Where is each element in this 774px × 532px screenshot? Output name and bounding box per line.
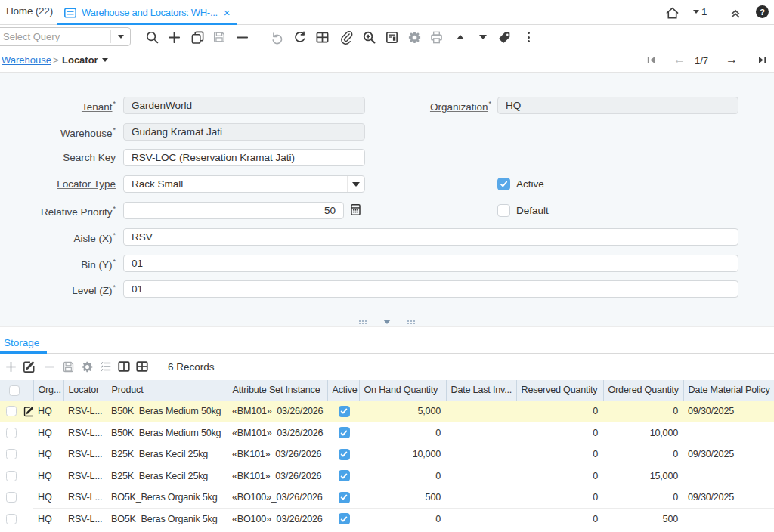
active-cell-checkbox[interactable] — [339, 470, 350, 481]
locator-type-label: Locator Type — [2, 178, 116, 190]
default-checkbox-row: Default — [497, 204, 549, 217]
delete-icon[interactable] — [234, 29, 250, 45]
col-org[interactable]: Org... — [33, 380, 63, 401]
detail-save-icon[interactable] — [60, 359, 76, 374]
level-field[interactable]: 01 — [123, 280, 738, 298]
settings-gear-icon[interactable] — [406, 29, 423, 45]
organization-field: HQ — [497, 97, 738, 114]
detail-new-icon[interactable] — [3, 359, 18, 374]
grid-toggle-icon[interactable] — [314, 29, 330, 45]
col-attribute-set-instance[interactable]: Attribute Set Instance — [228, 380, 327, 401]
search-key-field[interactable]: RSV-LOC (Reservation Kramat Jati) — [123, 149, 365, 166]
next-record-icon[interactable]: → — [724, 52, 739, 67]
window-icon — [63, 6, 77, 20]
refresh-icon[interactable] — [291, 29, 308, 45]
table-row[interactable]: HQ RSV-L... B50K_Beras Medium 50kg «BM10… — [0, 401, 774, 422]
row-checkbox[interactable] — [6, 428, 17, 438]
detail-toolbar: 6 Records — [0, 354, 774, 380]
tab-storage[interactable]: Storage — [4, 337, 39, 348]
help-icon[interactable]: ? — [756, 5, 769, 18]
row-checkbox[interactable] — [6, 514, 17, 524]
detail-split-view-icon[interactable] — [116, 359, 132, 374]
tab-home[interactable]: Home (22) — [6, 5, 53, 17]
aisle-field[interactable]: RSV — [123, 228, 738, 246]
col-date-material-policy[interactable]: Date Material Policy — [683, 380, 774, 401]
active-cell-checkbox[interactable] — [339, 492, 350, 503]
print-icon[interactable] — [428, 29, 444, 45]
table-row[interactable]: HQ RSV-L... B50K_Beras Medium 50kg «BM10… — [0, 422, 774, 444]
parent-record-icon[interactable] — [452, 29, 469, 45]
new-record-icon[interactable] — [166, 29, 182, 45]
breadcrumb-locator[interactable]: Locator — [62, 54, 108, 66]
select-query-combobox[interactable]: Select Query — [0, 27, 131, 46]
more-menu-icon[interactable] — [520, 29, 537, 45]
col-on-hand-quantity[interactable]: On Hand Quantity — [359, 380, 446, 401]
row-edit-icon[interactable] — [23, 405, 33, 418]
home-icon[interactable] — [664, 5, 680, 20]
tab-warehouse-locators[interactable]: Warehouse and Locators: WH-... × — [57, 0, 237, 25]
row-checkbox[interactable] — [6, 449, 17, 459]
dropdown-icon[interactable] — [347, 176, 364, 192]
default-checkbox[interactable] — [497, 204, 510, 217]
find-icon[interactable] — [144, 29, 160, 45]
copy-record-icon[interactable] — [189, 29, 206, 45]
storage-grid: Org... Locator Product Attribute Set Ins… — [0, 380, 774, 530]
col-date-last-inv[interactable]: Date Last Inv... — [446, 380, 516, 401]
bin-field[interactable]: 01 — [123, 255, 738, 272]
detail-delete-icon[interactable] — [42, 359, 57, 374]
active-cell-checkbox[interactable] — [339, 513, 350, 524]
col-reserved-quantity[interactable]: Reserved Quantity — [516, 380, 603, 401]
locator-form: Tenant* GardenWorld Organization* HQ War… — [0, 73, 774, 327]
breadcrumb-warehouse[interactable]: Warehouse — [2, 54, 51, 66]
header-row: Org... Locator Product Attribute Set Ins… — [0, 380, 774, 401]
select-all-checkbox[interactable] — [9, 385, 20, 396]
row-checkbox[interactable] — [6, 471, 17, 481]
splitter-dots-icon — [359, 320, 361, 322]
window-count: 1 — [701, 6, 707, 17]
report-icon[interactable] — [383, 29, 400, 45]
tenant-label: Tenant* — [2, 100, 116, 113]
warehouse-label: Warehouse* — [2, 126, 116, 139]
window-nav-dropdown[interactable]: 1 — [693, 6, 707, 17]
last-record-icon[interactable] — [754, 52, 769, 67]
attachment-icon[interactable] — [338, 29, 354, 45]
record-count: 6 Records — [168, 361, 215, 373]
row-checkbox[interactable] — [6, 406, 17, 416]
detail-select-columns-icon[interactable] — [98, 359, 113, 374]
table-row[interactable]: HQ RSV-L... BO5K_Beras Organik 5kg «BO10… — [0, 509, 774, 530]
zoom-icon[interactable] — [361, 29, 377, 45]
locator-type-select[interactable]: Rack Small — [123, 175, 365, 193]
table-row[interactable]: HQ RSV-L... B25K_Beras Kecil 25kg «BK101… — [0, 444, 774, 466]
col-product[interactable]: Product — [107, 380, 228, 401]
first-record-icon[interactable] — [643, 52, 658, 67]
col-ordered-quantity[interactable]: Ordered Quantity — [603, 380, 683, 401]
level-label: Level (Z)* — [2, 283, 116, 296]
relative-priority-field[interactable]: 50 — [123, 202, 344, 219]
calculator-icon[interactable] — [349, 203, 362, 216]
tab-label: Warehouse and Locators: WH-... — [82, 7, 218, 18]
detail-grid-view-icon[interactable] — [135, 359, 150, 374]
detail-edit-icon[interactable] — [21, 359, 36, 374]
active-cell-checkbox[interactable] — [339, 427, 350, 438]
table-row[interactable]: HQ RSV-L... B25K_Beras Kecil 25kg «BK101… — [0, 466, 774, 487]
splitter-handle[interactable] — [0, 319, 774, 325]
bin-label: Bin (Y)* — [2, 258, 116, 271]
active-cell-checkbox[interactable] — [339, 449, 350, 460]
active-cell-checkbox[interactable] — [339, 406, 350, 417]
undo-icon[interactable] — [268, 29, 285, 45]
active-label: Active — [516, 178, 544, 190]
row-checkbox[interactable] — [6, 492, 17, 503]
select-query-dropdown-icon[interactable] — [111, 35, 130, 39]
col-active[interactable]: Active — [327, 380, 359, 401]
detail-customize-icon[interactable] — [79, 359, 94, 374]
detail-record-icon[interactable] — [475, 29, 491, 45]
previous-record-icon[interactable]: ← — [672, 52, 687, 67]
label-tag-icon[interactable] — [496, 29, 512, 45]
collapse-all-icon[interactable] — [728, 5, 743, 20]
save-icon[interactable] — [211, 29, 228, 45]
col-locator[interactable]: Locator — [63, 380, 107, 401]
tab-close-icon[interactable]: × — [224, 6, 230, 19]
active-checkbox[interactable] — [497, 178, 510, 190]
splitter-collapse-icon[interactable] — [383, 320, 391, 324]
table-row[interactable]: HQ RSV-L... BO5K_Beras Organik 5kg «BO10… — [0, 487, 774, 509]
